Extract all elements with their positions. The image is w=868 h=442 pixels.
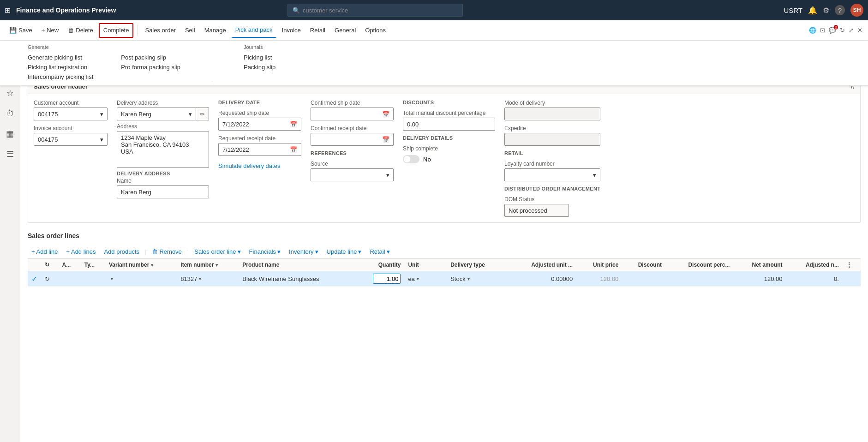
delivery-address-name-section: DELIVERY ADDRESS Name Karen Berg — [117, 171, 209, 198]
col-unit[interactable]: Unit — [404, 259, 447, 271]
lines-header: Sales order lines — [28, 228, 861, 245]
edit-address-button[interactable]: ✏ — [196, 108, 209, 120]
sales-order-line-dropdown[interactable]: Sales order line ▾ — [191, 247, 244, 257]
address-textarea[interactable] — [117, 131, 209, 168]
col-unit-price[interactable]: Unit price — [576, 259, 622, 271]
intercompany-picking-list-item[interactable]: Intercompany picking list — [28, 72, 93, 82]
row-delivery-type-cell[interactable]: Stock ▾ — [447, 271, 509, 287]
confirmed-ship-input[interactable]: 📅 — [311, 108, 394, 120]
picking-list-journal-item[interactable]: Picking list — [244, 53, 275, 62]
row-refresh-cell[interactable]: ↻ — [41, 271, 59, 287]
pick-and-pack-menu-button[interactable]: Pick and pack — [232, 23, 276, 38]
table-row: ✓ ↻ ▾ 81327 ▾ — [28, 271, 861, 287]
source-select[interactable]: ▾ — [311, 168, 394, 181]
add-products-button[interactable]: Add products — [100, 247, 143, 257]
sidebar-favorites[interactable]: ☆ — [2, 85, 18, 102]
add-line-button[interactable]: + Add line — [28, 247, 61, 257]
requested-ship-label: Requested ship date — [218, 110, 301, 116]
close-window-icon[interactable]: ✕ — [857, 27, 862, 34]
update-line-dropdown[interactable]: Update line ▾ — [323, 247, 365, 257]
ship-complete-toggle[interactable] — [403, 155, 419, 163]
search-bar[interactable]: 🔍 — [287, 4, 463, 17]
invoice-menu-button[interactable]: Invoice — [278, 23, 305, 38]
col-quantity[interactable]: Quantity — [356, 259, 405, 271]
settings-icon[interactable]: ⚙ — [823, 6, 829, 15]
general-menu-button[interactable]: General — [331, 23, 359, 38]
complete-button[interactable]: Complete — [99, 23, 134, 38]
col-net-amount[interactable]: Net amount — [733, 259, 786, 271]
lines-toolbar: + Add line + Add lines Add products | 🗑 … — [28, 245, 861, 259]
remove-button[interactable]: 🗑 Remove — [148, 247, 185, 257]
row-unit-cell[interactable]: ea ▾ — [404, 271, 447, 287]
sell-menu-button[interactable]: Sell — [181, 23, 199, 38]
total-manual-discount-input[interactable]: 0.00 — [403, 118, 495, 131]
requested-ship-input[interactable]: 7/12/2022 📅 — [218, 118, 301, 131]
requested-receipt-input[interactable]: 7/12/2022 📅 — [218, 143, 301, 156]
name-input[interactable]: Karen Berg — [117, 185, 209, 198]
row-variant-cell[interactable]: ▾ — [105, 271, 177, 287]
world-icon[interactable]: 🌐 — [809, 27, 816, 34]
sidebar-recent[interactable]: ⏱ — [2, 105, 18, 122]
col-discount-perc[interactable]: Discount perc... — [665, 259, 733, 271]
retail-menu-button[interactable]: Retail — [306, 23, 329, 38]
options-menu-button[interactable]: Options — [361, 23, 389, 38]
simulate-delivery-dates-link[interactable]: Simulate delivery dates — [218, 162, 301, 169]
col-product-name[interactable]: Product name — [239, 259, 355, 271]
customer-account-input[interactable]: 004175 ▾ — [34, 108, 108, 120]
col-adjusted-unit[interactable]: Adjusted unit ... — [509, 259, 576, 271]
sidebar-workspaces[interactable]: ▦ — [2, 125, 18, 142]
col-more[interactable]: ⋮ — [843, 259, 861, 271]
customer-account-field: Customer account 004175 ▾ — [34, 100, 108, 120]
row-quantity-cell[interactable] — [356, 271, 405, 287]
source-field: Source ▾ — [311, 161, 394, 181]
picking-list-registration-item[interactable]: Picking list registration — [28, 62, 93, 72]
save-button[interactable]: 💾 Save — [6, 23, 36, 38]
col-discount[interactable]: Discount — [622, 259, 665, 271]
quantity-input[interactable] — [373, 274, 401, 284]
generate-picking-list-item[interactable]: Generate picking list — [28, 53, 93, 62]
row-item-number-cell[interactable]: 81327 ▾ — [177, 271, 239, 287]
col-delivery-type[interactable]: Delivery type — [447, 259, 509, 271]
confirmed-receipt-input[interactable]: 📅 — [311, 133, 394, 146]
retail-dropdown[interactable]: Retail ▾ — [366, 247, 393, 257]
loyalty-card-select[interactable]: ▾ — [504, 168, 600, 181]
expedite-input[interactable] — [504, 133, 600, 146]
invoice-account-input[interactable]: 004175 ▾ — [34, 133, 108, 146]
new-button[interactable]: + New — [38, 23, 63, 38]
refresh-icon[interactable]: ↻ — [840, 27, 845, 34]
col-item-number[interactable]: Item number ▾ — [177, 259, 239, 271]
customer-account-label: Customer account — [34, 100, 108, 106]
post-packing-slip-item[interactable]: Post packing slip — [121, 53, 180, 62]
help-icon[interactable]: ? — [835, 5, 845, 15]
sidebar-modules[interactable]: ☰ — [2, 146, 18, 162]
grid-icon[interactable]: ⊞ — [5, 6, 11, 15]
packing-slip-journal-item[interactable]: Packing slip — [244, 62, 275, 72]
expand-icon[interactable]: ⤢ — [849, 27, 854, 34]
mode-of-delivery-input[interactable] — [504, 108, 600, 120]
row-checkbox-cell[interactable]: ✓ — [28, 271, 41, 287]
trash-icon: 🗑 — [152, 248, 158, 255]
invoice-account-field: Invoice account 004175 ▾ — [34, 125, 108, 146]
col-checkbox — [28, 259, 41, 271]
row-more-cell[interactable] — [843, 271, 861, 287]
inventory-dropdown[interactable]: Inventory ▾ — [285, 247, 322, 257]
col-adjusted-n[interactable]: Adjusted n... — [786, 259, 843, 271]
row-adjusted-n-cell: 0. — [786, 271, 843, 287]
confirmed-ship-label: Confirmed ship date — [311, 100, 394, 106]
sales-order-lines-section: Sales order lines + Add line + Add lines… — [28, 228, 861, 287]
pro-forma-packing-slip-item[interactable]: Pro forma packing slip — [121, 62, 180, 72]
notification-icon[interactable]: 🔔 — [808, 6, 817, 15]
badge-icon[interactable]: 💬0 — [829, 27, 836, 34]
layout-icon[interactable]: ⊡ — [820, 27, 825, 34]
requested-receipt-label: Requested receipt date — [218, 135, 301, 142]
sales-order-menu-button[interactable]: Sales order — [141, 23, 179, 38]
add-lines-button[interactable]: + Add lines — [62, 247, 99, 257]
col-variant-number[interactable]: Variant number ▾ — [105, 259, 177, 271]
delete-button[interactable]: 🗑 Delete — [64, 23, 97, 38]
manage-menu-button[interactable]: Manage — [201, 23, 230, 38]
delivery-address-select[interactable]: Karen Berg ▾ — [117, 108, 196, 120]
search-input[interactable] — [303, 7, 441, 14]
user-avatar[interactable]: SH — [850, 4, 863, 17]
financials-dropdown[interactable]: Financials ▾ — [245, 247, 285, 257]
delivery-address-input-group: Karen Berg ▾ ✏ — [117, 108, 209, 120]
